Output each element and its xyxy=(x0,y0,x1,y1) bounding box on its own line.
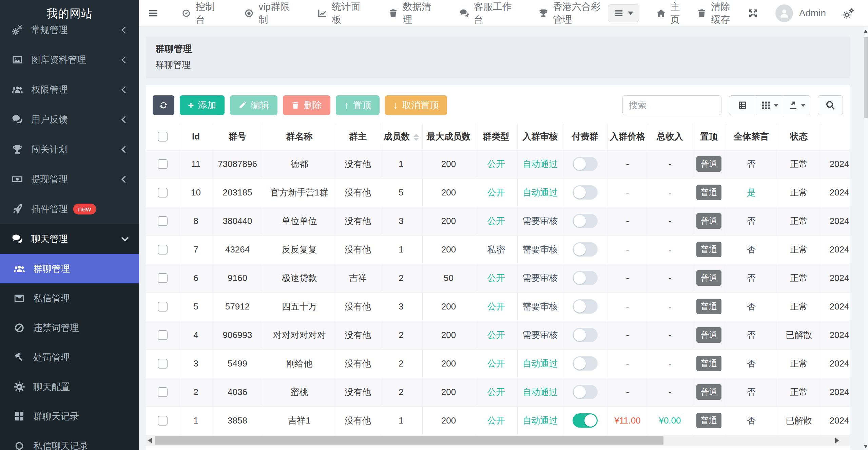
page-title: 群聊管理 xyxy=(155,43,840,55)
sort-down-icon xyxy=(413,138,419,141)
sidebar-section-chat-mgmt: 聊天管理 群聊管理 私信管理 违禁词管理 处罚管理 xyxy=(0,224,139,450)
paid-toggle[interactable] xyxy=(573,242,598,257)
settings-button[interactable] xyxy=(843,7,854,19)
search-input[interactable] xyxy=(622,95,721,115)
tab-console[interactable]: 控制台 xyxy=(181,0,218,26)
sidebar-item-private-msg-mgmt[interactable]: 私信管理 xyxy=(0,283,139,313)
sidebar-item-label: 私信聊天记录 xyxy=(33,440,88,450)
sidebar-item-chat-mgmt[interactable]: 聊天管理 xyxy=(0,224,139,254)
cell-max_members: 200 xyxy=(422,378,475,406)
paid-toggle[interactable] xyxy=(573,185,598,200)
cell-status: 正常 xyxy=(777,235,821,264)
paid-toggle[interactable] xyxy=(573,328,598,342)
cell-price: - xyxy=(607,292,648,321)
paid-toggle[interactable] xyxy=(573,271,598,285)
sidebar-item-group-chat-mgmt[interactable]: 群聊管理 xyxy=(0,254,139,283)
row-checkbox[interactable] xyxy=(158,245,168,255)
tab-data-cleanup[interactable]: 数据清理 xyxy=(388,0,433,26)
pencil-icon xyxy=(238,101,247,110)
column-header: 最大成员数 xyxy=(422,124,475,150)
paid-toggle[interactable] xyxy=(573,413,598,428)
pin-badge: 普通 xyxy=(696,185,721,200)
tab-vip-group-limit[interactable]: vip群限制 xyxy=(244,0,291,26)
vertical-scroll-thumb[interactable] xyxy=(864,37,868,118)
paid-toggle[interactable] xyxy=(573,214,598,228)
table-row: 69160极速贷款吉祥250公开需要审核--普通否正常2024 xyxy=(146,264,850,292)
home-button[interactable]: 主页 xyxy=(656,0,680,26)
delete-button[interactable]: 删除 xyxy=(283,95,330,115)
row-checkbox[interactable] xyxy=(158,302,168,312)
sidebar-item-group-chat-records[interactable]: 群聊天记录 xyxy=(0,401,139,431)
row-checkbox[interactable] xyxy=(158,387,168,397)
row-checkbox[interactable] xyxy=(158,216,168,226)
refresh-button[interactable] xyxy=(153,95,174,115)
refresh-icon xyxy=(159,101,168,110)
sidebar-item-challenge-plan[interactable]: 闯关计划 xyxy=(0,134,139,164)
row-checkbox[interactable] xyxy=(158,159,168,169)
sidebar-item-user-feedback[interactable]: 用户反馈 xyxy=(0,105,139,134)
tab-hk-lottery-mgmt[interactable]: 香港六合彩管理 xyxy=(538,0,608,26)
horizontal-scroll-thumb[interactable] xyxy=(155,436,663,445)
pin-badge: 普通 xyxy=(696,327,721,343)
column-header[interactable]: 成员数 xyxy=(380,124,422,150)
sidebar-item-gallery-mgmt[interactable]: 图库资料管理 xyxy=(0,45,139,75)
chevron-left-icon xyxy=(121,116,129,123)
paid-toggle[interactable] xyxy=(573,356,598,371)
sidebar-item-plugin-mgmt[interactable]: 插件管理 new xyxy=(0,194,139,224)
sidebar-item-chat-config[interactable]: 聊天配置 xyxy=(0,372,139,401)
user-menu[interactable]: Admin xyxy=(775,4,826,22)
row-checkbox-cell xyxy=(146,321,180,349)
column-header-label: 全体禁言 xyxy=(734,131,769,142)
cell-price: ¥11.00 xyxy=(607,406,648,435)
search-button[interactable] xyxy=(818,95,843,115)
cell-name: 官方新手营1群 xyxy=(263,178,336,207)
row-checkbox[interactable] xyxy=(158,273,168,283)
sidebar-item-punishment-mgmt[interactable]: 处罚管理 xyxy=(0,342,139,372)
detail-view-button[interactable] xyxy=(729,95,756,115)
sidebar-toggle-button[interactable] xyxy=(148,8,159,19)
rocket-icon xyxy=(12,203,23,215)
sidebar-item-private-chat-records[interactable]: 私信聊天记录 xyxy=(0,431,139,450)
row-checkbox[interactable] xyxy=(158,188,168,198)
add-button[interactable]: + 添加 xyxy=(180,95,225,115)
cell-owner: 没有他 xyxy=(336,235,380,264)
sidebar-item-permission-mgmt[interactable]: 权限管理 xyxy=(0,75,139,105)
scroll-left-arrow[interactable] xyxy=(148,437,152,444)
cell-income: - xyxy=(648,178,692,207)
trash-icon xyxy=(291,101,300,110)
cell-audit: 自动通过 xyxy=(517,150,563,178)
columns-grid-icon xyxy=(761,100,771,110)
edit-button[interactable]: 编辑 xyxy=(230,95,277,115)
tab-list-dropdown-button[interactable] xyxy=(608,4,639,22)
fullscreen-button[interactable] xyxy=(748,8,758,19)
cell-paid xyxy=(563,235,607,264)
tab-label: 客服工作台 xyxy=(474,0,513,26)
pin-top-button[interactable]: ↑ 置顶 xyxy=(336,95,380,115)
scroll-down-arrow[interactable] xyxy=(864,445,868,448)
row-checkbox[interactable] xyxy=(158,359,168,369)
export-dropdown-button[interactable] xyxy=(783,95,810,115)
sidebar-item-withdraw-mgmt[interactable]: 提现管理 xyxy=(0,164,139,194)
select-all-checkbox[interactable] xyxy=(158,132,168,142)
column-header: 付费群 xyxy=(563,124,607,150)
scroll-right-arrow[interactable] xyxy=(835,437,839,444)
clear-cache-button[interactable]: 清除缓存 xyxy=(697,0,730,26)
tab-stats-panel[interactable]: 统计面板 xyxy=(317,0,362,26)
chevron-left-icon xyxy=(121,86,129,93)
row-checkbox[interactable] xyxy=(158,416,168,426)
paid-toggle[interactable] xyxy=(573,385,598,399)
image-icon xyxy=(12,54,23,65)
unpin-button[interactable]: ↓ 取消置顶 xyxy=(385,95,447,115)
cell-owner: 没有他 xyxy=(336,207,380,235)
tab-customer-service[interactable]: 客服工作台 xyxy=(459,0,513,26)
sort-icon[interactable] xyxy=(413,134,419,141)
paid-toggle[interactable] xyxy=(573,157,598,171)
cell-mute: 否 xyxy=(726,292,777,321)
row-checkbox[interactable] xyxy=(158,330,168,340)
columns-dropdown-button[interactable] xyxy=(756,95,783,115)
sidebar-item-banned-words-mgmt[interactable]: 违禁词管理 xyxy=(0,313,139,342)
column-header-label: 状态 xyxy=(790,131,808,142)
cell-mute: 是 xyxy=(726,178,777,207)
scroll-up-arrow[interactable] xyxy=(864,30,868,33)
paid-toggle[interactable] xyxy=(573,299,598,314)
